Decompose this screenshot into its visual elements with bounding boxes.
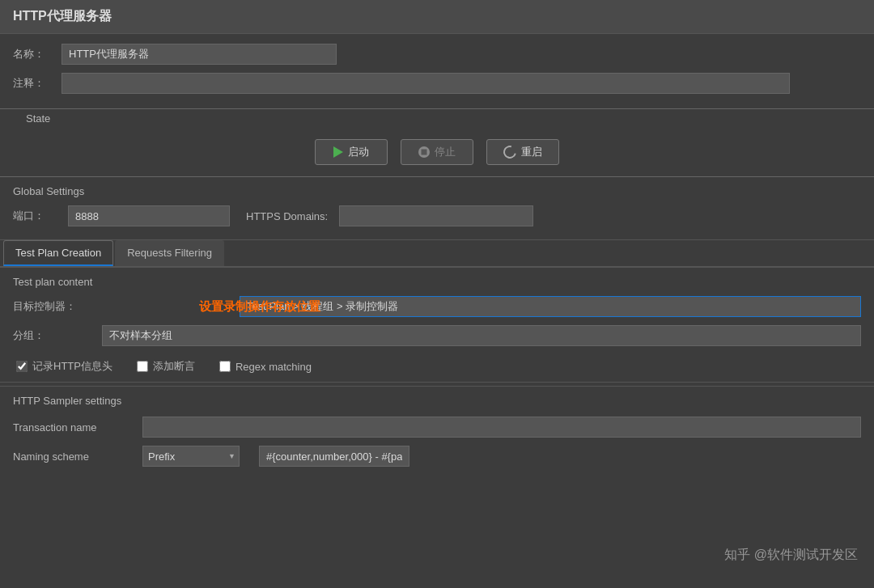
naming-select-wrap: Prefix Suffix Index (142, 446, 409, 467)
state-buttons: 启动 停止 重启 (13, 131, 861, 176)
port-input[interactable] (68, 205, 230, 226)
add-assertion-label: 添加断言 (153, 359, 195, 374)
grouping-input[interactable] (102, 325, 861, 346)
record-http-label: 记录HTTP信息头 (32, 359, 112, 374)
comment-label: 注释： (13, 76, 62, 91)
regex-matching-checkbox[interactable] (219, 361, 231, 372)
http-sampler-label: HTTP Sampler settings (13, 395, 861, 407)
name-row: 名称： (13, 44, 861, 65)
name-input[interactable] (62, 44, 337, 65)
grouping-row: 分组： (13, 325, 861, 346)
port-label: 端口： (13, 209, 62, 223)
restart-button[interactable]: 重启 (486, 139, 559, 165)
checkbox-record-http: 记录HTTP信息头 (16, 359, 112, 374)
regex-matching-label: Regex matching (235, 361, 312, 373)
restart-icon (501, 143, 519, 161)
global-settings-label: Global Settings (13, 185, 861, 197)
global-settings: Global Settings 端口： HTTPS Domains: (0, 176, 874, 235)
highlight-row: 目标控制器： 设置录制操作存放位置 (13, 296, 861, 317)
target-controller-input[interactable] (240, 296, 861, 317)
stop-icon (418, 146, 430, 158)
grouping-label: 分组： (13, 328, 102, 343)
comment-row: 注释： (13, 73, 861, 94)
http-sampler-section: HTTP Sampler settings Transaction name N… (0, 386, 874, 483)
watermark: 知乎 @软件测试开发区 (724, 547, 858, 564)
https-domains-label: HTTPS Domains: (246, 210, 328, 222)
naming-scheme-label: Naming scheme (13, 451, 142, 463)
tab-requests-filtering[interactable]: Requests Filtering (115, 240, 224, 266)
start-button[interactable]: 启动 (315, 139, 388, 165)
record-http-checkbox[interactable] (16, 361, 28, 372)
start-label: 启动 (348, 145, 369, 159)
test-plan-content: Test plan content 目标控制器： 设置录制操作存放位置 分组： … (0, 268, 874, 383)
tab-test-plan-creation[interactable]: Test Plan Creation (3, 240, 113, 266)
checkbox-row: 记录HTTP信息头 添加断言 Regex matching (13, 354, 861, 374)
transaction-name-row: Transaction name (13, 417, 861, 438)
https-domains-input[interactable] (339, 205, 533, 226)
restart-label: 重启 (521, 145, 542, 159)
transaction-name-label: Transaction name (13, 421, 142, 434)
https-domains-field: HTTPS Domains: (246, 205, 533, 226)
name-label: 名称： (13, 47, 62, 61)
naming-scheme-select-wrap: Prefix Suffix Index (142, 446, 240, 467)
transaction-name-input[interactable] (142, 417, 861, 438)
naming-scheme-select[interactable]: Prefix Suffix Index (142, 446, 240, 467)
main-container: HTTP代理服务器 名称： 注释： State 启动 停止 (0, 0, 874, 588)
play-icon (333, 146, 343, 158)
comment-input[interactable] (62, 73, 790, 94)
window-title: HTTP代理服务器 (13, 9, 112, 23)
port-field: 端口： (13, 205, 230, 226)
title-bar: HTTP代理服务器 (0, 0, 874, 34)
stop-label: 停止 (435, 145, 456, 159)
stop-button[interactable]: 停止 (401, 139, 473, 165)
naming-scheme-row: Naming scheme Prefix Suffix Index (13, 446, 861, 467)
add-assertion-checkbox[interactable] (137, 361, 148, 372)
tabs-bar: Test Plan Creation Requests Filtering (0, 240, 874, 268)
target-controller-label: 目标控制器： (13, 299, 102, 314)
state-section: State 启动 停止 重启 (0, 108, 874, 176)
highlight-text: 设置录制操作存放位置 (199, 299, 320, 315)
naming-pattern-input[interactable] (259, 446, 409, 467)
checkbox-add-assertion: 添加断言 (137, 359, 195, 374)
state-label: State (13, 112, 861, 131)
tabs-section: Test Plan Creation Requests Filtering Te… (0, 239, 874, 483)
global-row: 端口： HTTPS Domains: (13, 205, 861, 226)
checkbox-regex-matching: Regex matching (219, 361, 312, 373)
state-wrapper: State 启动 停止 重启 (0, 112, 874, 176)
test-plan-content-label: Test plan content (13, 276, 861, 288)
form-section: 名称： 注释： (0, 34, 874, 108)
